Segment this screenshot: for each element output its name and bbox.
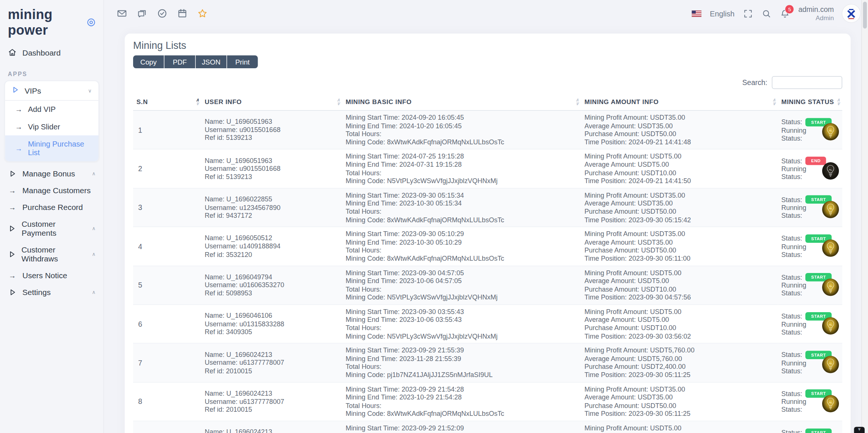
search-input[interactable] xyxy=(772,76,842,89)
column-header-user-info[interactable]: USER INFO ∧∨ xyxy=(201,96,342,110)
bulb-icon xyxy=(822,395,839,412)
mail-icon[interactable] xyxy=(117,9,127,19)
bulb-icon xyxy=(822,123,839,141)
arrow-right-icon: → xyxy=(15,144,23,153)
sidebar-item-mining-purchase-list[interactable]: → Mining Purchase List xyxy=(5,135,99,161)
calendar-icon[interactable] xyxy=(177,9,188,19)
search-label: Search: xyxy=(742,78,767,87)
sidebar-pin-icon[interactable] xyxy=(87,18,96,27)
mining-status-cell: Status: START Running Status: xyxy=(778,305,843,343)
table-row: 4 Name: U_1696050512 Username: u14091888… xyxy=(133,227,842,266)
row-serial: 5 xyxy=(133,266,201,305)
scroll-down-button[interactable]: ▼ xyxy=(854,427,865,433)
sort-icons: ∧∨ xyxy=(337,98,341,106)
page-scrollbar xyxy=(861,0,868,433)
user-info-cell: Name: U_1696024213 Username: u6137777800… xyxy=(201,382,342,421)
mining-basic-info-cell: Mining Start Time: 2024-09-20 16:05:45 M… xyxy=(342,110,581,149)
sidebar-item-manage-bonus[interactable]: Manage Bonus ∧ xyxy=(0,165,104,182)
sidebar: mining power Dashboard APPS VIPs ∨ → Ad xyxy=(0,0,104,433)
export-buttons: Copy PDF JSON Print xyxy=(133,56,842,69)
mining-status-cell: Status: START Running Status: xyxy=(778,421,843,433)
sidebar-item-purchase-record[interactable]: → Purchase Record xyxy=(0,199,104,216)
sort-icons: ∧∨ xyxy=(772,98,776,106)
mining-basic-info-cell: Mining Start Time: 2023-09-30 04:57:05 M… xyxy=(342,266,581,305)
notification-badge: 5 xyxy=(785,4,795,14)
mining-status-cell: Status: START Running Status: xyxy=(778,227,843,266)
bulb-icon xyxy=(822,201,839,218)
sidebar-item-dashboard[interactable]: Dashboard xyxy=(0,44,104,62)
sidebar-item-label: Purchase Record xyxy=(22,203,83,211)
pdf-button[interactable]: PDF xyxy=(164,56,195,69)
table-row: 7 Name: U_1696024213 Username: u61377778… xyxy=(133,343,842,382)
avatar[interactable] xyxy=(842,4,860,22)
chevron-up-icon: ∧ xyxy=(92,289,96,295)
mining-status-cell: Status: START Running Status: xyxy=(778,343,843,382)
column-header-mining-basic-info[interactable]: MINING BASIC INFO ∧∨ xyxy=(342,96,581,110)
chevron-up-icon: ∧ xyxy=(92,251,96,257)
user-menu[interactable]: admin.com Admin xyxy=(798,5,834,22)
check-circle-icon[interactable] xyxy=(157,9,167,19)
user-email: admin.com xyxy=(798,5,834,14)
play-triangle-icon xyxy=(8,170,17,177)
mining-amount-info-cell: Mining Profit Amount: USDT35.00 Average … xyxy=(581,227,778,266)
copy-button[interactable]: Copy xyxy=(133,56,164,69)
sidebar-group-vips: VIPs ∨ → Add VIP → Vip Slider → Mining P… xyxy=(4,81,99,162)
mining-lists-table: S.N ∧∨ USER INFO ∧∨ MINING BASIC INFO ∧∨… xyxy=(133,96,842,433)
scrollbar-thumb[interactable] xyxy=(863,2,867,29)
column-header-mining-status[interactable]: MINING STATUS ∧∨ xyxy=(778,96,843,110)
sidebar-item-vips[interactable]: VIPs ∨ xyxy=(5,81,99,101)
mining-status-cell: Status: END Running Status: xyxy=(778,149,843,188)
sidebar-section-label: APPS xyxy=(8,70,96,77)
sidebar-item-settings[interactable]: Settings ∧ xyxy=(0,284,104,301)
sidebar-item-label: Settings xyxy=(22,288,51,296)
row-serial: 1 xyxy=(133,110,201,149)
status-badge: START xyxy=(806,429,832,433)
sidebar-item-label: Add VIP xyxy=(28,105,56,114)
mining-basic-info-cell: Mining Start Time: 2023-09-30 05:15:34 M… xyxy=(342,188,581,227)
chat-icon[interactable] xyxy=(137,9,147,19)
chevron-up-icon: ∧ xyxy=(92,171,96,176)
json-button[interactable]: JSON xyxy=(196,56,227,69)
mining-status-cell: Status: START Running Status: xyxy=(778,266,843,305)
mining-basic-info-cell: Mining Start Time: 2023-09-30 03:55:43 M… xyxy=(342,305,581,343)
sidebar-item-vip-slider[interactable]: → Vip Slider xyxy=(5,118,99,136)
mining-amount-info-cell: Mining Profit Amount: USDT35.00 Average … xyxy=(581,382,778,421)
mining-amount-info-cell: Mining Profit Amount: USDT5,760.00 Avera… xyxy=(581,343,778,382)
sidebar-item-customer-withdraws[interactable]: Customer Withdraws ∧ xyxy=(0,241,104,267)
sidebar-item-label: VIPs xyxy=(25,86,41,95)
sidebar-item-add-vip[interactable]: → Add VIP xyxy=(5,101,99,118)
user-info-cell: Name: U_1696050512 Username: u1409188894… xyxy=(201,227,342,266)
sidebar-item-customer-payments[interactable]: Customer Payments ∧ xyxy=(0,216,104,241)
bulb-icon xyxy=(822,317,839,335)
column-header-mining-amount-info[interactable]: MINING AMOUNT INFO ∧∨ xyxy=(581,96,778,110)
mining-basic-info-cell: Mining Start Time: 2023-09-30 05:10:29 M… xyxy=(342,227,581,266)
sidebar-item-label: Mining Purchase List xyxy=(28,140,92,157)
table-row: 3 Name: U_1696022855 Username: u12345678… xyxy=(133,188,842,227)
app-window: mining power Dashboard APPS VIPs ∨ → Ad xyxy=(0,0,868,433)
sidebar-item-manage-customers[interactable]: → Manage Customers xyxy=(0,182,104,199)
mining-amount-info-cell: Mining Profit Amount: USDT5.00 Average A… xyxy=(581,149,778,188)
avatar-logo xyxy=(845,7,858,20)
search-icon[interactable] xyxy=(761,9,771,19)
page-title: Mining Lists xyxy=(133,40,842,52)
star-icon[interactable] xyxy=(198,9,208,19)
row-serial: 9 xyxy=(133,421,201,433)
sort-icons: ∧∨ xyxy=(837,98,841,106)
play-triangle-icon xyxy=(12,86,19,95)
user-role: Admin xyxy=(798,14,834,22)
bulb-icon xyxy=(822,239,839,257)
us-flag-icon[interactable] xyxy=(692,10,702,17)
bell-icon[interactable]: 5 xyxy=(780,9,790,19)
arrow-right-icon: → xyxy=(15,123,23,131)
arrow-right-icon: → xyxy=(8,186,17,195)
fullscreen-icon[interactable] xyxy=(743,9,753,19)
language-selector[interactable]: English xyxy=(710,9,735,18)
row-serial: 6 xyxy=(133,305,201,343)
column-header-sn[interactable]: S.N ∧∨ xyxy=(133,96,201,110)
chevron-down-icon: ∨ xyxy=(88,88,92,94)
print-button[interactable]: Print xyxy=(227,56,258,69)
home-icon xyxy=(8,48,17,57)
mining-amount-info-cell: Mining Profit Amount: USDT5.00 Average A… xyxy=(581,266,778,305)
table-row: 2 Name: U_1696051963 Username: u90155016… xyxy=(133,149,842,188)
sidebar-item-users-notice[interactable]: → Users Notice xyxy=(0,267,104,284)
